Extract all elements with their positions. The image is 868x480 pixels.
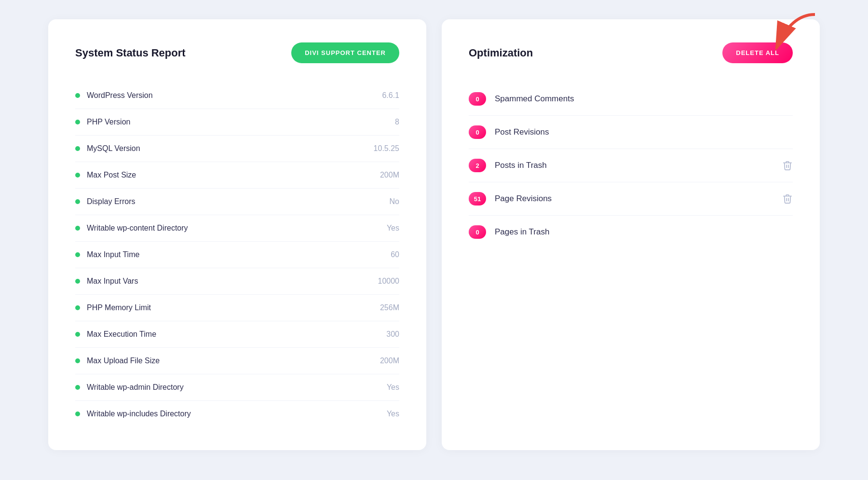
status-item-value: 256M [380, 303, 399, 312]
status-item-label: Max Upload File Size [87, 357, 160, 365]
green-dot-icon [75, 411, 80, 416]
opt-item-label: Post Revisions [495, 127, 793, 137]
status-item-left: Max Post Size [75, 171, 136, 179]
status-item-label: Max Input Time [87, 250, 139, 259]
status-item-left: Display Errors [75, 197, 135, 206]
status-item-left: PHP Version [75, 118, 130, 126]
trash-icon[interactable] [782, 160, 793, 171]
system-status-card: System Status Report DIVI SUPPORT CENTER… [48, 19, 426, 450]
opt-item-label: Page Revisions [495, 194, 773, 204]
status-item-left: Max Execution Time [75, 330, 156, 339]
status-item-label: Writable wp-admin Directory [87, 383, 184, 392]
page-wrapper: System Status Report DIVI SUPPORT CENTER… [48, 19, 820, 450]
opt-item-badge: 0 [469, 92, 486, 106]
opt-item: 0 Post Revisions [469, 116, 793, 149]
divi-support-center-button[interactable]: DIVI SUPPORT CENTER [291, 42, 399, 63]
opt-item-badge: 2 [469, 159, 486, 172]
status-item: Writable wp-admin Directory Yes [75, 374, 399, 401]
status-item-label: PHP Version [87, 118, 130, 126]
opt-item: 51 Page Revisions [469, 182, 793, 216]
green-dot-icon [75, 226, 80, 231]
status-item-value: 6.6.1 [382, 91, 399, 100]
status-item: Max Upload File Size 200M [75, 348, 399, 374]
status-item: PHP Memory Limit 256M [75, 295, 399, 321]
opt-item-badge: 0 [469, 225, 486, 239]
opt-item-label: Posts in Trash [495, 161, 773, 170]
status-item-left: Writable wp-admin Directory [75, 383, 184, 392]
status-item-value: Yes [387, 383, 399, 392]
delete-all-button[interactable]: DELETE ALL [722, 42, 793, 63]
green-dot-icon [75, 93, 80, 98]
system-status-header: System Status Report DIVI SUPPORT CENTER [75, 42, 399, 63]
status-item-value: 10.5.25 [374, 144, 399, 153]
opt-item-badge: 0 [469, 125, 486, 139]
status-item-label: PHP Memory Limit [87, 303, 151, 312]
trash-icon[interactable] [782, 193, 793, 204]
status-item: MySQL Version 10.5.25 [75, 136, 399, 162]
status-item: Max Input Time 60 [75, 242, 399, 268]
green-dot-icon [75, 279, 80, 284]
status-item-left: PHP Memory Limit [75, 303, 151, 312]
opt-item-label: Spammed Comments [495, 94, 793, 104]
status-item-value: Yes [387, 410, 399, 418]
status-item-left: WordPress Version [75, 91, 153, 100]
status-item-label: Display Errors [87, 197, 135, 206]
status-item-label: Writable wp-includes Directory [87, 410, 191, 418]
status-item-label: WordPress Version [87, 91, 153, 100]
status-item-value: 200M [380, 357, 399, 365]
status-item: Display Errors No [75, 189, 399, 215]
status-item-value: 8 [395, 118, 399, 126]
status-item-label: Writable wp-content Directory [87, 224, 188, 233]
opt-item: 0 Spammed Comments [469, 82, 793, 116]
status-item-label: Max Input Vars [87, 277, 138, 286]
status-item-label: MySQL Version [87, 144, 140, 153]
status-item-label: Max Execution Time [87, 330, 156, 339]
status-item-left: Writable wp-content Directory [75, 224, 188, 233]
green-dot-icon [75, 332, 80, 337]
status-item: Writable wp-content Directory Yes [75, 215, 399, 242]
opt-item: 0 Pages in Trash [469, 216, 793, 248]
green-dot-icon [75, 199, 80, 204]
status-list: WordPress Version 6.6.1 PHP Version 8 My… [75, 82, 399, 427]
opt-item: 2 Posts in Trash [469, 149, 793, 182]
green-dot-icon [75, 252, 80, 257]
status-item-value: 60 [391, 250, 399, 259]
status-item-left: MySQL Version [75, 144, 140, 153]
status-item-value: Yes [387, 224, 399, 233]
status-item-value: 200M [380, 171, 399, 179]
green-dot-icon [75, 173, 80, 178]
optimization-card: Optimization DELETE ALL 0 Spammed Commen… [442, 19, 820, 450]
optimization-list: 0 Spammed Comments 0 Post Revisions 2 Po… [469, 82, 793, 248]
status-item-left: Max Upload File Size [75, 357, 160, 365]
status-item: Max Execution Time 300 [75, 321, 399, 348]
optimization-header: Optimization DELETE ALL [469, 42, 793, 63]
status-item: PHP Version 8 [75, 109, 399, 136]
status-item-left: Max Input Vars [75, 277, 138, 286]
system-status-title: System Status Report [75, 47, 186, 59]
status-item: Max Post Size 200M [75, 162, 399, 189]
status-item-value: 10000 [378, 277, 400, 286]
green-dot-icon [75, 120, 80, 124]
status-item: Max Input Vars 10000 [75, 268, 399, 295]
status-item: WordPress Version 6.6.1 [75, 82, 399, 109]
optimization-title: Optimization [469, 47, 533, 59]
status-item-left: Writable wp-includes Directory [75, 410, 191, 418]
status-item-label: Max Post Size [87, 171, 136, 179]
green-dot-icon [75, 385, 80, 390]
green-dot-icon [75, 305, 80, 310]
status-item: Writable wp-includes Directory Yes [75, 401, 399, 427]
opt-item-badge: 51 [469, 192, 486, 206]
status-item-value: 300 [386, 330, 399, 339]
opt-item-label: Pages in Trash [495, 227, 793, 237]
status-item-left: Max Input Time [75, 250, 139, 259]
green-dot-icon [75, 146, 80, 151]
status-item-value: No [390, 197, 399, 206]
green-dot-icon [75, 358, 80, 363]
